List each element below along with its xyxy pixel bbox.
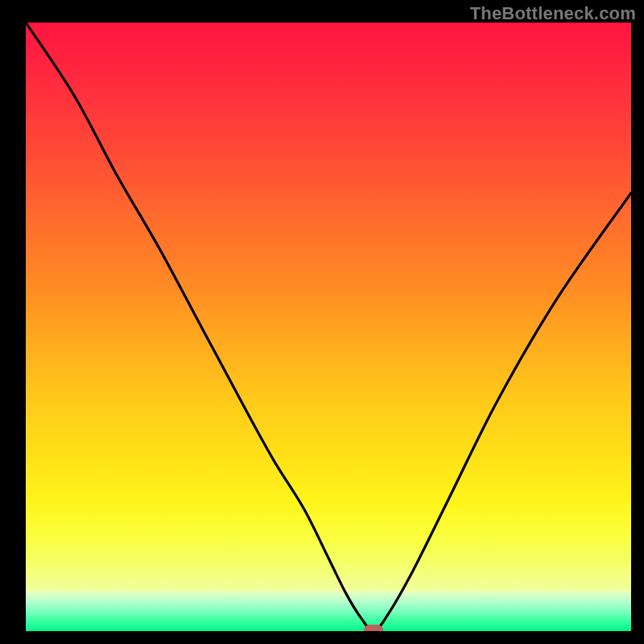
chart-frame: TheBottleneck.com bbox=[0, 0, 644, 644]
plot-area bbox=[26, 23, 631, 631]
minimum-marker bbox=[364, 625, 383, 631]
watermark-text: TheBottleneck.com bbox=[470, 3, 636, 24]
bottleneck-curve bbox=[26, 23, 631, 631]
